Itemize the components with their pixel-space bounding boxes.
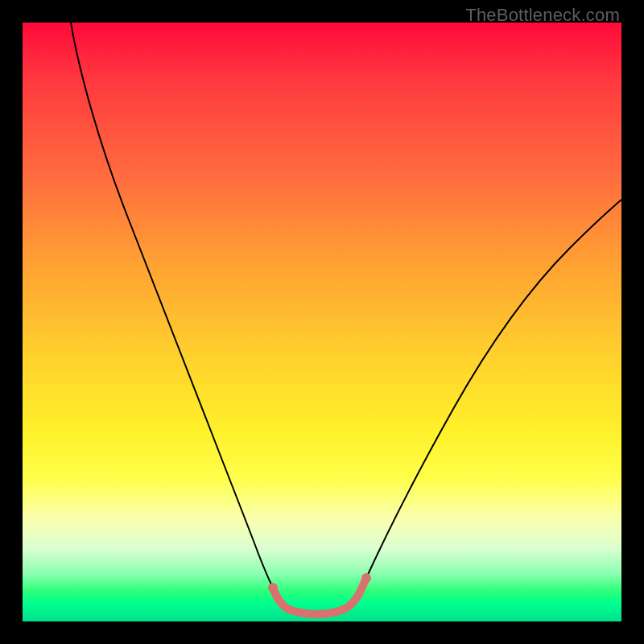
left-curve-line xyxy=(71,23,273,588)
valley-dot-right xyxy=(361,573,371,583)
plot-area xyxy=(23,23,621,621)
right-curve-line xyxy=(366,200,621,578)
valley-dot-left xyxy=(268,583,278,592)
valley-highlight xyxy=(273,578,366,614)
chart-frame: TheBottleneck.com xyxy=(0,0,644,644)
chart-svg xyxy=(23,23,621,621)
